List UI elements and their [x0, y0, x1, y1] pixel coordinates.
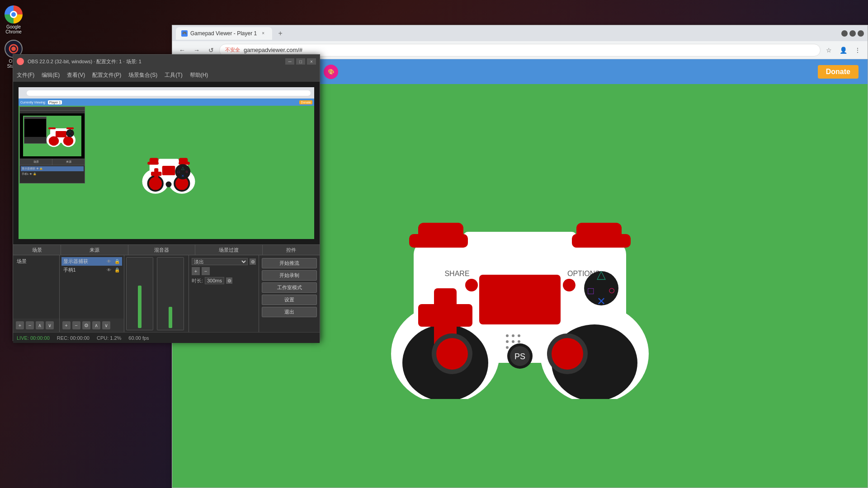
svg-rect-10: [463, 232, 576, 268]
obs-mixer-channel-2: [157, 257, 184, 330]
obs-source-1-eye[interactable]: 👁: [106, 267, 112, 273]
obs-panels-content: 场景 + − ∧ ∨ 显示器捕获 👁 🔒: [13, 255, 320, 332]
svg-rect-64: [150, 158, 159, 163]
obs-menu-file[interactable]: 文件(F): [17, 71, 34, 79]
security-indicator: 不安全: [225, 47, 240, 53]
obs-scene-label: 场景: [17, 258, 27, 265]
obs-source-add-btn[interactable]: +: [62, 321, 71, 329]
obs-source-0-lock[interactable]: 🔒: [114, 258, 120, 265]
obs-transition-settings-btn[interactable]: ⚙: [250, 258, 256, 265]
profile-button[interactable]: 👤: [837, 44, 849, 56]
obs-transition-select-row: 淡出 ⚙: [192, 258, 256, 265]
svg-rect-16: [576, 223, 622, 241]
browser-max-btn[interactable]: [849, 30, 856, 37]
svg-rect-35: [418, 304, 472, 327]
obs-mixer-panel: [124, 255, 189, 332]
svg-point-71: [166, 181, 172, 187]
obs-source-0-eye[interactable]: 👁: [106, 258, 112, 265]
obs-menu-tools[interactable]: 工具(T): [165, 71, 182, 79]
obs-source-down-btn[interactable]: ∨: [102, 321, 110, 329]
obs-scene-panel: 场景 + − ∧ ∨: [13, 255, 60, 332]
obs-transition-select[interactable]: 淡出: [192, 258, 248, 265]
obs-menu-help[interactable]: 帮助(H): [190, 71, 208, 79]
chrome-logo: [5, 5, 23, 23]
svg-text:✕: ✕: [69, 135, 71, 137]
obs-duration-label: 时长:: [192, 277, 203, 284]
bookmark-button[interactable]: ☆: [822, 44, 835, 56]
browser-tab-gamepad[interactable]: 🎮 Gamepad Viewer - Player 1 ×: [176, 27, 272, 40]
obs-duration-value: 300ms: [205, 277, 224, 284]
browser-min-btn[interactable]: [841, 30, 848, 37]
panel-header-scene: 场景: [32, 247, 42, 253]
svg-rect-52: [66, 127, 74, 129]
svg-rect-48: [56, 131, 66, 137]
panel-header-source: 来源: [90, 247, 99, 253]
obs-window-icon: [17, 58, 24, 65]
obs-status-bar: LIVE: 00:00:00 REC: 00:00:00 CPU: 1.2% 6…: [13, 332, 320, 343]
obs-scene-down-btn[interactable]: ∨: [46, 321, 54, 329]
svg-point-39: [552, 338, 583, 370]
chrome-icon-desktop[interactable]: Google Chrome: [0, 4, 27, 36]
panel-header-controls: 控件: [286, 247, 296, 253]
obs-transition-remove-btn[interactable]: −: [202, 267, 210, 275]
obs-transition-action-row: + −: [192, 267, 256, 275]
browser-close-btn[interactable]: [858, 30, 864, 37]
obs-source-list: 显示器捕获 👁 🔒 手柄1 👁 🔒: [60, 255, 124, 319]
obs-scene-up-btn[interactable]: ∧: [36, 321, 44, 329]
obs-studio-mode-btn[interactable]: 工作室模式: [262, 282, 317, 293]
svg-rect-73: [151, 172, 161, 176]
obs-menu-edit[interactable]: 编辑(E): [42, 71, 60, 79]
obs-source-item-1[interactable]: 手柄1 👁 🔒: [61, 266, 122, 274]
obs-restore-btn[interactable]: □: [296, 58, 305, 65]
obs-menu-profile[interactable]: 配置文件(P): [92, 71, 121, 79]
obs-window-controls: ─ □ ×: [285, 58, 316, 65]
obs-close-btn[interactable]: ×: [307, 58, 316, 65]
svg-text:○: ○: [186, 169, 188, 174]
obs-preview-area: Currently Viewing: Player 1 Donate: [13, 82, 320, 244]
obs-source-remove-btn[interactable]: −: [72, 321, 80, 329]
obs-source-item-0[interactable]: 显示器捕获 👁 🔒: [61, 257, 122, 266]
obs-minimize-btn[interactable]: ─: [285, 58, 294, 65]
obs-source-panel: 显示器捕获 👁 🔒 手柄1 👁 🔒 + − ⚙: [60, 255, 124, 332]
obs-scene-remove-btn[interactable]: −: [26, 321, 34, 329]
svg-rect-66: [162, 166, 175, 175]
obs-titlebar: OBS 22.0.2 (32-bit, windows) · 配置文件: 1 ·…: [13, 55, 320, 68]
donate-button[interactable]: Donate: [818, 65, 859, 79]
obs-volume-bar-2: [169, 307, 172, 328]
svg-point-2: [11, 47, 16, 51]
obs-volume-bar-1: [138, 286, 142, 328]
obs-start-stream-btn[interactable]: 开始推流: [262, 258, 317, 268]
svg-text:△: △: [69, 130, 71, 132]
svg-point-23: [512, 334, 514, 337]
svg-text:□: □: [588, 285, 594, 296]
new-tab-button[interactable]: +: [274, 27, 287, 40]
obs-menu-scene-collection[interactable]: 场景集合(S): [128, 71, 157, 79]
obs-duration-settings-btn[interactable]: ⚙: [226, 277, 232, 284]
svg-point-27: [518, 340, 520, 343]
browser-titlebar: 🎮 Gamepad Viewer - Player 1 × +: [172, 25, 868, 41]
svg-text:○: ○: [71, 132, 73, 135]
controller-svg: SHARE OPTIONS: [350, 173, 689, 399]
obs-source-up-btn[interactable]: ∧: [92, 321, 100, 329]
svg-point-20: [465, 279, 478, 291]
obs-transition-add-btn[interactable]: +: [192, 267, 200, 275]
obs-menu-view[interactable]: 查看(V): [67, 71, 85, 79]
obs-scene-add-btn[interactable]: +: [16, 321, 24, 329]
tab-close-button[interactable]: ×: [259, 30, 267, 37]
obs-live-status: LIVE: 00:00:00: [17, 335, 50, 341]
obs-source-1-lock[interactable]: 🔒: [114, 267, 120, 273]
svg-point-37: [436, 338, 468, 370]
obs-source-settings-btn[interactable]: ⚙: [82, 321, 90, 329]
svg-text:□: □: [178, 170, 180, 174]
svg-text:🎨: 🎨: [327, 68, 334, 75]
obs-exit-btn[interactable]: 退出: [262, 307, 317, 317]
paint-icon[interactable]: 🎨: [324, 65, 338, 79]
obs-settings-btn[interactable]: 设置: [262, 295, 317, 305]
url-text: gamepadviewer.com/#: [244, 47, 302, 53]
svg-point-24: [518, 334, 520, 337]
obs-source-1-controls: 👁 🔒: [106, 267, 120, 273]
menu-button[interactable]: ⋮: [851, 44, 864, 56]
obs-start-record-btn[interactable]: 开始录制: [262, 270, 317, 281]
obs-transition-duration-row: 时长: 300ms ⚙: [192, 277, 256, 284]
obs-scene-item[interactable]: 场景: [15, 257, 57, 266]
